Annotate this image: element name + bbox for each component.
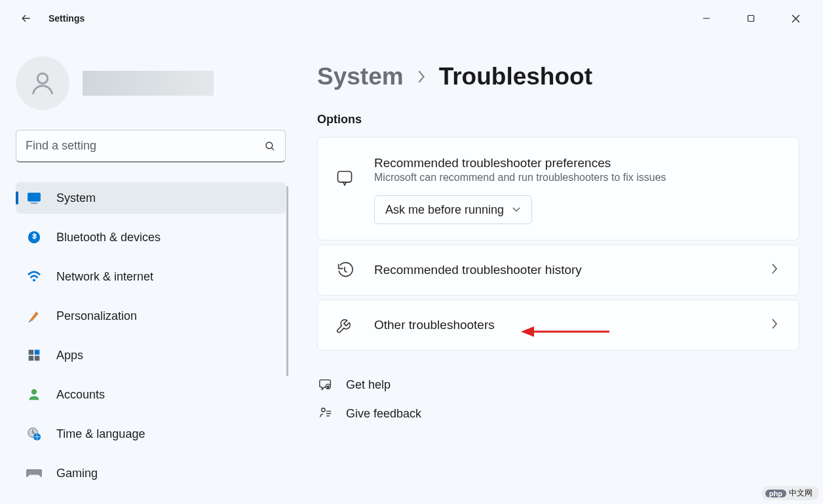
link-label: Get help bbox=[346, 378, 391, 392]
get-help-link[interactable]: ? Get help bbox=[317, 370, 799, 399]
give-feedback-link[interactable]: Give feedback bbox=[317, 399, 799, 428]
maximize-button[interactable] bbox=[729, 5, 773, 31]
sidebar-item-bluetooth[interactable]: Bluetooth & devices bbox=[16, 222, 286, 253]
sidebar-item-time-language[interactable]: Time & language bbox=[16, 418, 286, 450]
sidebar-item-label: Network & internet bbox=[56, 270, 153, 284]
search-icon bbox=[264, 140, 276, 152]
sidebar-item-apps[interactable]: Apps bbox=[16, 339, 286, 371]
profile-block[interactable] bbox=[16, 56, 286, 110]
nav-list: System Bluetooth & devices Network & int… bbox=[16, 182, 286, 489]
gamepad-icon bbox=[26, 465, 42, 481]
content-area: System Bluetooth & devices Network & int… bbox=[0, 37, 823, 504]
system-icon bbox=[26, 190, 42, 206]
feedback-icon bbox=[317, 406, 334, 421]
avatar bbox=[16, 56, 69, 110]
section-title: Options bbox=[317, 113, 799, 126]
watermark: php 中文网 bbox=[761, 486, 819, 500]
card-other-troubleshooters[interactable]: Other troubleshooters bbox=[317, 300, 799, 351]
sidebar-item-label: Apps bbox=[56, 349, 83, 362]
bluetooth-icon bbox=[26, 229, 42, 245]
history-icon bbox=[335, 261, 354, 279]
svg-point-19 bbox=[322, 408, 326, 412]
close-button[interactable] bbox=[773, 5, 818, 31]
footer-links: ? Get help Give feedback bbox=[317, 370, 799, 428]
svg-point-1 bbox=[37, 73, 47, 83]
help-icon: ? bbox=[317, 378, 334, 392]
card-subtitle: Microsoft can recommend and run troubles… bbox=[374, 172, 782, 184]
breadcrumb-current: Troubleshoot bbox=[439, 63, 592, 90]
breadcrumb: System Troubleshoot bbox=[317, 63, 799, 90]
sidebar-item-gaming[interactable]: Gaming bbox=[16, 457, 286, 489]
sidebar-item-label: Gaming bbox=[56, 467, 98, 480]
svg-point-11 bbox=[31, 389, 37, 395]
svg-rect-9 bbox=[29, 356, 34, 361]
svg-point-6 bbox=[33, 279, 35, 281]
sidebar-item-personalization[interactable]: Personalization bbox=[16, 300, 286, 332]
sidebar-item-network[interactable]: Network & internet bbox=[16, 261, 286, 292]
card-title: Other troubleshooters bbox=[374, 318, 752, 332]
brush-icon bbox=[26, 308, 42, 324]
svg-rect-3 bbox=[28, 193, 41, 202]
svg-point-2 bbox=[266, 142, 273, 149]
breadcrumb-parent[interactable]: System bbox=[317, 63, 404, 90]
watermark-text: 中文网 bbox=[789, 488, 813, 499]
svg-rect-7 bbox=[29, 350, 34, 355]
scrollbar[interactable] bbox=[286, 186, 288, 376]
card-title: Recommended troubleshooter preferences bbox=[374, 156, 782, 170]
sidebar-item-accounts[interactable]: Accounts bbox=[16, 379, 286, 410]
minimize-button[interactable] bbox=[684, 5, 729, 31]
wrench-icon bbox=[335, 316, 354, 334]
chevron-right-icon bbox=[771, 318, 778, 330]
svg-rect-8 bbox=[35, 350, 40, 355]
person-icon bbox=[28, 69, 57, 98]
accounts-icon bbox=[26, 387, 42, 402]
card-title: Recommended troubleshooter history bbox=[374, 263, 752, 277]
dropdown-value: Ask me before running bbox=[385, 203, 504, 217]
link-label: Give feedback bbox=[346, 407, 421, 421]
sidebar-item-label: Personalization bbox=[56, 309, 137, 323]
window-controls bbox=[684, 5, 818, 31]
card-troubleshooter-history[interactable]: Recommended troubleshooter history bbox=[317, 244, 799, 296]
back-button[interactable] bbox=[13, 5, 39, 31]
search-box[interactable] bbox=[16, 130, 286, 163]
clock-globe-icon bbox=[26, 426, 42, 442]
svg-rect-0 bbox=[748, 16, 754, 22]
sidebar-item-label: Accounts bbox=[56, 388, 105, 402]
sidebar-item-label: System bbox=[56, 191, 96, 205]
apps-icon bbox=[26, 347, 42, 363]
maximize-icon bbox=[747, 14, 755, 22]
chat-icon bbox=[335, 169, 354, 187]
watermark-brand: php bbox=[765, 490, 786, 497]
profile-name-placeholder bbox=[83, 71, 214, 96]
preferences-dropdown[interactable]: Ask me before running bbox=[374, 195, 532, 224]
chevron-right-icon bbox=[771, 263, 778, 275]
chevron-right-icon bbox=[417, 69, 426, 84]
sidebar: System Bluetooth & devices Network & int… bbox=[0, 37, 294, 504]
arrow-left-icon bbox=[20, 12, 33, 25]
title-bar: Settings bbox=[0, 0, 823, 37]
chevron-down-icon bbox=[512, 206, 521, 213]
main-panel: System Troubleshoot Options Recommended … bbox=[294, 37, 823, 504]
search-input[interactable] bbox=[26, 139, 264, 153]
card-troubleshooter-preferences: Recommended troubleshooter preferences M… bbox=[317, 137, 799, 241]
close-icon bbox=[792, 14, 800, 23]
minimize-icon bbox=[702, 14, 710, 22]
svg-rect-10 bbox=[35, 356, 40, 361]
sidebar-item-system[interactable]: System bbox=[16, 182, 286, 214]
sidebar-item-label: Bluetooth & devices bbox=[56, 231, 161, 244]
app-title: Settings bbox=[48, 13, 85, 24]
svg-rect-4 bbox=[31, 203, 38, 204]
wifi-icon bbox=[26, 269, 42, 284]
sidebar-item-label: Time & language bbox=[56, 427, 145, 441]
svg-rect-14 bbox=[338, 172, 352, 182]
